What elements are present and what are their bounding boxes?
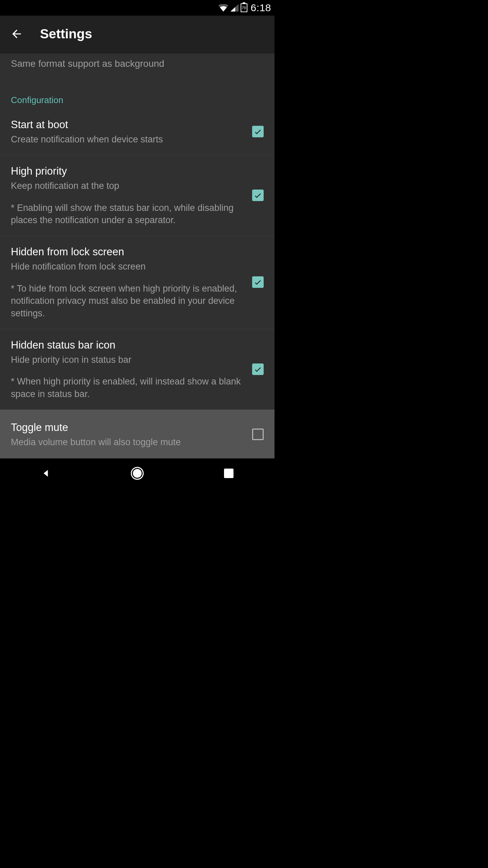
setting-note: * To hide from lock screen when high pri… bbox=[11, 282, 245, 319]
setting-subtitle: Media volume button will also toggle mut… bbox=[11, 436, 245, 448]
battery-icon: 79 bbox=[241, 3, 247, 12]
setting-title: Hidden from lock screen bbox=[11, 245, 245, 259]
setting-toggle-mute[interactable]: Toggle mute Media volume button will als… bbox=[0, 410, 274, 458]
setting-text: Toggle mute Media volume button will als… bbox=[11, 420, 245, 448]
nav-home-button[interactable] bbox=[130, 466, 144, 480]
app-bar: Settings bbox=[0, 16, 274, 52]
status-clock: 6:18 bbox=[251, 2, 271, 14]
checkbox[interactable] bbox=[252, 276, 264, 288]
setting-title: High priority bbox=[11, 164, 245, 178]
checkbox[interactable] bbox=[252, 126, 264, 137]
nav-recents-button[interactable] bbox=[222, 466, 236, 480]
setting-note: * When high priority is enabled, will in… bbox=[11, 375, 245, 400]
page-title: Settings bbox=[40, 26, 92, 41]
previous-item-description: Same format support as background bbox=[0, 52, 274, 79]
battery-level: 79 bbox=[242, 6, 246, 10]
setting-text: Hidden from lock screen Hide notificatio… bbox=[11, 245, 245, 319]
navigation-bar bbox=[0, 458, 274, 488]
checkbox[interactable] bbox=[252, 190, 264, 201]
setting-subtitle: Keep notification at the top bbox=[11, 180, 245, 192]
setting-text: Start at boot Create notification when d… bbox=[11, 118, 245, 145]
setting-hidden-from-lock-screen[interactable]: Hidden from lock screen Hide notificatio… bbox=[0, 236, 274, 329]
checkbox[interactable] bbox=[252, 429, 264, 440]
setting-hidden-status-bar-icon[interactable]: Hidden status bar icon Hide priority ico… bbox=[0, 329, 274, 410]
cell-signal-icon bbox=[230, 4, 239, 12]
status-bar: 79 6:18 bbox=[0, 0, 274, 16]
setting-text: Hidden status bar icon Hide priority ico… bbox=[11, 338, 245, 400]
settings-list[interactable]: Same format support as background Config… bbox=[0, 52, 274, 458]
checkbox[interactable] bbox=[252, 363, 264, 375]
setting-note: * Enabling will show the status bar icon… bbox=[11, 202, 245, 226]
setting-text: High priority Keep notification at the t… bbox=[11, 164, 245, 226]
nav-back-button[interactable] bbox=[39, 466, 53, 480]
setting-high-priority[interactable]: High priority Keep notification at the t… bbox=[0, 155, 274, 236]
setting-title: Toggle mute bbox=[11, 420, 245, 435]
section-header-configuration: Configuration bbox=[0, 79, 274, 109]
setting-subtitle: Create notification when device starts bbox=[11, 133, 245, 145]
back-button[interactable] bbox=[10, 27, 23, 40]
setting-start-at-boot[interactable]: Start at boot Create notification when d… bbox=[0, 109, 274, 155]
phone-frame: 79 6:18 Settings Same format support as … bbox=[0, 0, 274, 488]
setting-title: Hidden status bar icon bbox=[11, 338, 245, 352]
setting-subtitle: Hide priority icon in status bar bbox=[11, 354, 245, 366]
setting-subtitle: Hide notification from lock screen bbox=[11, 260, 245, 273]
wifi-icon bbox=[218, 4, 228, 12]
setting-title: Start at boot bbox=[11, 118, 245, 132]
